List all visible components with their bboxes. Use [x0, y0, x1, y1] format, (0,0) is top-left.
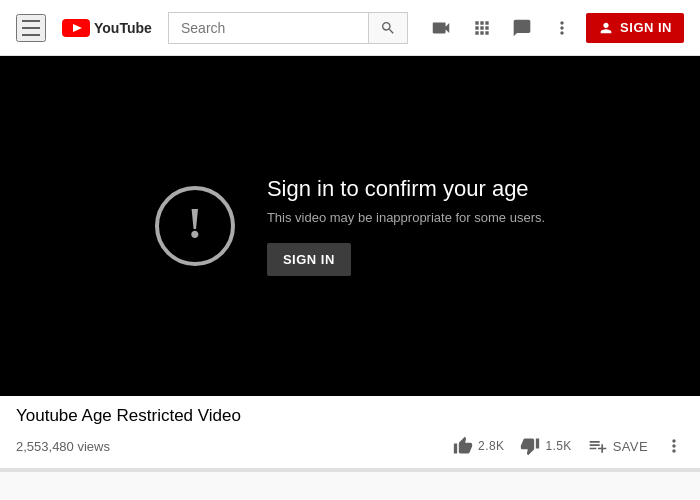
age-gate-text: Sign in to confirm your age This video m…	[267, 176, 545, 276]
exclamation-mark: !	[188, 202, 203, 246]
person-icon	[598, 20, 614, 36]
header-right: SIGN IN	[424, 11, 684, 45]
video-player: ! Sign in to confirm your age This video…	[0, 56, 700, 396]
video-info: Youtube Age Restricted Video 2,553,480 v…	[0, 396, 700, 469]
more-horiz-icon	[664, 436, 684, 456]
messages-button[interactable]	[506, 12, 538, 44]
save-button[interactable]: SAVE	[588, 432, 648, 460]
header-left: YouTube	[16, 14, 152, 42]
search-bar	[168, 12, 408, 44]
save-label: SAVE	[613, 439, 648, 454]
thumbs-down-icon	[520, 436, 540, 456]
video-actions: 2.8K 1.5K SAVE	[453, 432, 684, 460]
save-icon	[588, 436, 608, 456]
apps-button[interactable]	[466, 12, 498, 44]
video-meta-row: 2,553,480 views 2.8K 1.5K SA	[16, 432, 684, 460]
search-button[interactable]	[368, 12, 408, 44]
age-gate-overlay: ! Sign in to confirm your age This video…	[135, 156, 565, 296]
video-views: 2,553,480 views	[16, 439, 110, 454]
thumbs-up-icon	[453, 436, 473, 456]
more-vertical-icon	[552, 18, 572, 38]
youtube-logo-svg: YouTube	[62, 18, 152, 38]
apps-icon	[472, 18, 492, 38]
search-icon	[380, 20, 396, 36]
divider	[0, 469, 700, 472]
message-icon	[512, 18, 532, 38]
hamburger-menu-button[interactable]	[16, 14, 46, 42]
warning-icon: !	[155, 186, 235, 266]
age-gate-subtitle: This video may be inappropriate for some…	[267, 210, 545, 225]
search-input[interactable]	[168, 12, 368, 44]
age-gate-title: Sign in to confirm your age	[267, 176, 545, 202]
like-count: 2.8K	[478, 439, 504, 453]
like-button[interactable]: 2.8K	[453, 432, 504, 460]
dislike-count: 1.5K	[545, 439, 571, 453]
header: YouTube	[0, 0, 700, 56]
video-title: Youtube Age Restricted Video	[16, 406, 684, 426]
svg-text:YouTube: YouTube	[94, 20, 152, 36]
sign-in-button[interactable]: SIGN IN	[586, 13, 684, 43]
more-options-button[interactable]	[546, 12, 578, 44]
more-actions-button[interactable]	[664, 432, 684, 460]
age-gate-sign-in-button[interactable]: SIGN IN	[267, 243, 351, 276]
youtube-logo[interactable]: YouTube	[62, 18, 152, 38]
upload-icon	[430, 17, 452, 39]
dislike-button[interactable]: 1.5K	[520, 432, 571, 460]
upload-video-button[interactable]	[424, 11, 458, 45]
sign-in-label: SIGN IN	[620, 20, 672, 35]
